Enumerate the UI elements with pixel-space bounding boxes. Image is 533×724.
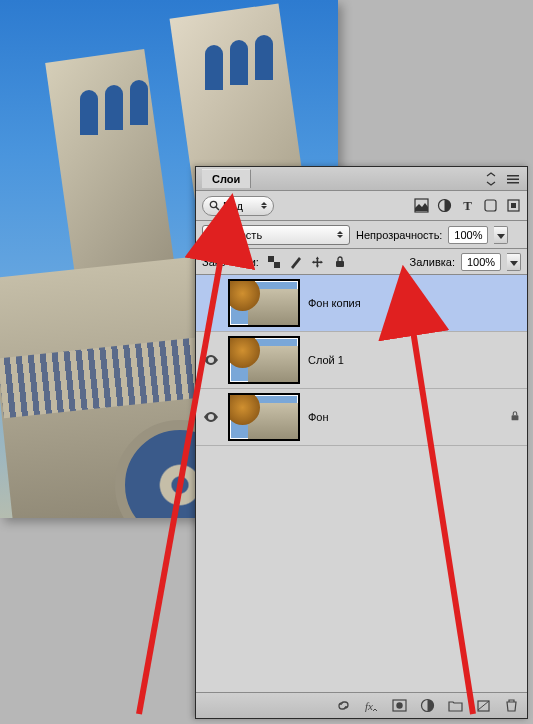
opacity-slider-toggle[interactable]: [494, 226, 508, 244]
svg-rect-10: [511, 203, 516, 208]
blend-mode-value: Цветность: [209, 229, 262, 241]
layers-panel: Слои Вид T Цветность Непрозрачность: 100…: [195, 166, 528, 719]
lock-label-tail: и:: [250, 256, 259, 268]
blend-opacity-row: Цветность Непрозрачность: 100%: [196, 221, 527, 249]
layers-tab[interactable]: Слои: [202, 169, 251, 188]
smartobject-filter-icon[interactable]: [506, 198, 521, 213]
blend-mode-select[interactable]: Цветность: [202, 225, 350, 245]
lock-label: Закр: [202, 256, 226, 268]
svg-text:T: T: [463, 198, 472, 213]
svg-rect-12: [268, 256, 274, 262]
delete-layer-icon[interactable]: [504, 698, 519, 713]
kind-filter-label: Вид: [223, 200, 243, 212]
opacity-input[interactable]: 100%: [448, 226, 488, 244]
layer-thumbnail[interactable]: [228, 393, 300, 441]
svg-text:fx: fx: [365, 700, 373, 712]
panel-menu-icon[interactable]: [505, 172, 521, 186]
select-caret-icon: [261, 202, 267, 209]
svg-rect-2: [507, 182, 519, 184]
fill-label: Заливка:: [410, 256, 455, 268]
layer-row[interactable]: Фон: [196, 389, 527, 446]
layer-thumbnail[interactable]: [228, 336, 300, 384]
adjustment-filter-icon[interactable]: [437, 198, 452, 213]
visibility-toggle[interactable]: [202, 294, 220, 312]
svg-point-3: [210, 201, 216, 207]
lock-icon: [509, 410, 521, 424]
svg-rect-13: [274, 262, 280, 268]
new-layer-icon[interactable]: [476, 698, 491, 713]
panel-footer: fx: [196, 692, 527, 718]
select-caret-icon: [337, 231, 343, 238]
lock-transparency-icon[interactable]: [265, 253, 283, 271]
layers-list: Фон копия Слой 1 Фон: [196, 275, 527, 692]
svg-rect-0: [507, 175, 519, 177]
fill-input[interactable]: 100%: [461, 253, 501, 271]
search-icon: [209, 200, 220, 211]
link-layers-icon[interactable]: [336, 698, 351, 713]
layer-name[interactable]: Фон копия: [308, 297, 361, 309]
layer-row[interactable]: Слой 1: [196, 332, 527, 389]
visibility-toggle[interactable]: [202, 351, 220, 369]
svg-point-18: [396, 702, 402, 708]
filter-bar: Вид T: [196, 191, 527, 221]
shape-filter-icon[interactable]: [483, 198, 498, 213]
lock-pixels-icon[interactable]: [287, 253, 305, 271]
layer-row[interactable]: Фон копия: [196, 275, 527, 332]
svg-rect-1: [507, 178, 519, 180]
svg-rect-15: [512, 415, 519, 420]
panel-header: Слои: [196, 167, 527, 191]
lock-fill-row: Закр и: Заливка: 100%: [196, 249, 527, 275]
fill-slider-toggle[interactable]: [507, 253, 521, 271]
kind-filter-select[interactable]: Вид: [202, 196, 274, 216]
layer-name[interactable]: Слой 1: [308, 354, 344, 366]
text-filter-icon[interactable]: T: [460, 198, 475, 213]
lock-all-icon[interactable]: [331, 253, 349, 271]
layer-mask-icon[interactable]: [392, 698, 407, 713]
layer-group-icon[interactable]: [448, 698, 463, 713]
svg-rect-8: [485, 200, 496, 211]
opacity-label: Непрозрачность:: [356, 229, 442, 241]
visibility-toggle[interactable]: [202, 408, 220, 426]
pixel-filter-icon[interactable]: [414, 198, 429, 213]
lock-position-icon[interactable]: [309, 253, 327, 271]
svg-rect-14: [336, 261, 344, 267]
adjustment-layer-icon[interactable]: [420, 698, 435, 713]
layer-name[interactable]: Фон: [308, 411, 329, 423]
layer-thumbnail[interactable]: [228, 279, 300, 327]
collapse-icon[interactable]: [485, 172, 501, 186]
layer-style-icon[interactable]: fx: [364, 698, 379, 713]
svg-line-4: [216, 207, 219, 210]
